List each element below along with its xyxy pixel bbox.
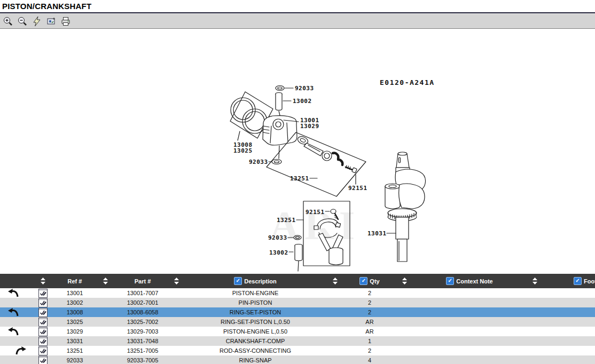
- callout-13031[interactable]: 13031: [367, 230, 387, 237]
- ref-cell: 13002: [53, 299, 96, 306]
- note-icon: [38, 327, 48, 336]
- note-icon: [38, 318, 48, 327]
- description-cell: RING-SET-PISTON L,0.50: [182, 319, 329, 325]
- edit-note-button[interactable]: [38, 356, 48, 364]
- callout-13251[interactable]: 13251: [277, 217, 296, 224]
- sort-icon: [174, 278, 179, 284]
- zoom-out-icon: [17, 16, 28, 27]
- print-button[interactable]: [60, 15, 72, 27]
- note-icon: [38, 298, 48, 307]
- sort-context[interactable]: [398, 278, 410, 284]
- qty-cell: 4: [341, 357, 398, 363]
- hotspots-button[interactable]: [31, 15, 43, 27]
- ref-cell: 92033: [53, 357, 96, 363]
- callout-92033[interactable]: 92033: [295, 85, 314, 92]
- table-row-13251[interactable]: 13251 13251-7005 ROD-ASSY-CONNECTING 2: [0, 346, 595, 355]
- edit-note-button[interactable]: [38, 289, 48, 298]
- assembly-link-cell: [0, 307, 32, 317]
- edit-note-button[interactable]: [38, 298, 48, 307]
- part-cell: 13025-7002: [114, 319, 171, 325]
- description-cell: RING-SET-PISTON: [182, 309, 329, 315]
- assembly-link-cell: [0, 346, 32, 355]
- parts-diagram: 9203313002130011302913008130259203313251…: [222, 77, 435, 274]
- table-row-13008[interactable]: 13008 13008-6058 RING-SET-PISTON 2: [0, 307, 595, 317]
- sort-part[interactable]: [96, 278, 114, 284]
- back-assembly-arrow-icon[interactable]: [6, 307, 19, 317]
- callout-13002[interactable]: 13002: [293, 98, 312, 105]
- image-map-button[interactable]: [45, 15, 57, 27]
- note-icon: [38, 356, 48, 364]
- part-cell: 92033-7005: [114, 357, 171, 363]
- header-ref: Ref #: [53, 278, 96, 284]
- callout-13029[interactable]: 13029: [300, 123, 319, 130]
- ref-cell: 13025: [53, 319, 96, 325]
- sort-icon: [402, 278, 407, 284]
- sort-icon: [533, 278, 537, 284]
- desc-checkbox[interactable]: ✓: [234, 277, 242, 285]
- qty-cell: 2: [341, 347, 398, 354]
- table-row-92033[interactable]: 92033 92033-7005 RING-SNAP 4: [0, 355, 595, 364]
- description-cell: PISTON-ENGINE L,0.50: [182, 328, 329, 335]
- callout-92033[interactable]: 92033: [249, 159, 268, 165]
- qty-checkbox[interactable]: ✓: [359, 277, 367, 285]
- forward-assembly-arrow-icon[interactable]: [15, 346, 28, 355]
- lightning-icon: [32, 16, 42, 27]
- diagram-art: [230, 86, 426, 272]
- table-row-13025[interactable]: 13025 13025-7002 RING-SET-PISTON L,0.50 …: [0, 317, 595, 327]
- diagram-canvas: ARI E0120-A241A: [0, 29, 595, 274]
- back-assembly-arrow-icon[interactable]: [6, 327, 19, 336]
- printer-icon: [60, 16, 71, 27]
- ref-cell: 13008: [53, 309, 96, 315]
- qty-cell: AR: [341, 328, 398, 335]
- table-row-13031[interactable]: 13031 13031-7048 CRANKSHAFT-COMP 1: [0, 336, 595, 346]
- zoom-out-button[interactable]: [17, 15, 28, 27]
- qty-cell: 1: [341, 338, 398, 344]
- callout-13002[interactable]: 13002: [269, 249, 288, 256]
- ref-cell: 13029: [53, 328, 96, 335]
- table-row-13029[interactable]: 13029 13029-7003 PISTON-ENGINE L,0.50 AR: [0, 327, 595, 336]
- description-cell: CRANKSHAFT-COMP: [182, 338, 329, 344]
- callout-13251[interactable]: 13251: [290, 175, 309, 182]
- part-cell: 13251-7005: [114, 347, 171, 354]
- context-checkbox[interactable]: ✓: [446, 277, 454, 285]
- callout-13025[interactable]: 13025: [233, 147, 253, 154]
- callout-92151[interactable]: 92151: [306, 209, 325, 216]
- edit-note-button[interactable]: [38, 346, 48, 355]
- note-icon: [38, 346, 48, 355]
- note-icon: [38, 289, 48, 298]
- page-title: PISTON/CRANKSHAFT: [2, 2, 91, 11]
- table-row-13002[interactable]: 13002 13002-7001 PIN-PISTON 2: [0, 298, 595, 307]
- sort-ref[interactable]: [32, 278, 53, 284]
- qty-cell: AR: [341, 319, 398, 325]
- sort-qty[interactable]: [329, 278, 341, 284]
- sort-desc[interactable]: [171, 278, 182, 284]
- ref-cell: 13001: [53, 290, 96, 296]
- qty-cell: 2: [341, 290, 398, 296]
- zoom-in-button[interactable]: [2, 15, 14, 27]
- sort-footnote[interactable]: [529, 278, 541, 284]
- toolbar: [0, 13, 595, 29]
- callout-92151[interactable]: 92151: [348, 185, 367, 192]
- assembly-link-cell: [0, 327, 32, 336]
- part-cell: 13002-7001: [114, 299, 171, 306]
- edit-note-button[interactable]: [38, 318, 48, 327]
- assembly-link-cell: [0, 288, 32, 298]
- ref-cell: 13251: [53, 347, 96, 354]
- back-assembly-arrow-icon[interactable]: [6, 288, 19, 298]
- table-header: Ref # Part # ✓ Description ✓ Qty ✓ Conte…: [0, 274, 595, 288]
- ref-cell: 13031: [53, 338, 96, 344]
- sort-icon: [41, 278, 45, 284]
- image-map-icon: [46, 16, 57, 27]
- zoom-in-icon: [3, 16, 13, 27]
- edit-note-button[interactable]: [38, 337, 48, 346]
- edit-note-button[interactable]: [38, 327, 48, 336]
- part-cell: 13029-7003: [114, 328, 171, 335]
- description-cell: RING-SNAP: [182, 357, 329, 363]
- footnote-checkbox[interactable]: ✓: [574, 277, 582, 285]
- part-cell: 13008-6058: [114, 309, 171, 315]
- edit-note-button[interactable]: [38, 308, 48, 317]
- callout-92033[interactable]: 92033: [268, 234, 287, 241]
- table-row-13001[interactable]: 13001 13001-7007 PISTON-ENGINE 2: [0, 288, 595, 298]
- qty-cell: 2: [341, 309, 398, 315]
- header-part: Part #: [114, 278, 171, 284]
